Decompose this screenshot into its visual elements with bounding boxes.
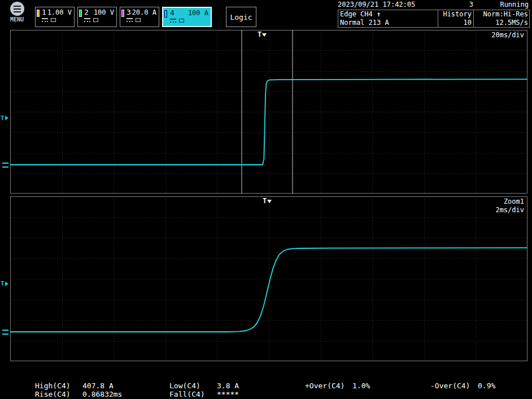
- measurement-fall: Fall(C4) *****: [169, 390, 239, 398]
- channel-color-bar: [164, 10, 167, 17]
- main-waveform-area: 20ms/div T T: [10, 30, 527, 194]
- channel-scale-value: 20.0 A: [132, 8, 156, 16]
- history-label: History: [438, 10, 472, 19]
- acquisition-count: 3: [438, 1, 473, 9]
- channel-coupling-icons: [42, 18, 72, 22]
- sample-rate: 12.5MS/s: [474, 19, 528, 27]
- measurement-value: 3.8 A: [217, 382, 239, 390]
- hamburger-menu-icon: [10, 2, 24, 16]
- measurement-value: 407.8 A: [82, 382, 114, 390]
- dc-coupling-icon: [42, 18, 48, 22]
- main-timebase-label: 20ms/div: [491, 31, 524, 39]
- logic-button[interactable]: Logic: [226, 7, 256, 27]
- channel-number: 3: [127, 8, 131, 16]
- channel-box[interactable]: 3 20.0 A: [120, 7, 159, 27]
- trigger-position-label: T: [258, 30, 261, 38]
- trigger-settings-box[interactable]: Edge CH4 ↑ Normal 213 A: [338, 10, 438, 28]
- trigger-position-marker[interactable]: T: [258, 30, 267, 38]
- channel-coupling-icons: [170, 19, 208, 23]
- probe-icon: [51, 18, 56, 22]
- measurement-label: -Over(C4): [430, 382, 478, 390]
- zoom-ch4-ground-marker[interactable]: [2, 330, 8, 335]
- measurement-pos-overshoot: +Over(C4) 1.0%: [305, 382, 370, 390]
- measurement-label: High(C4): [35, 382, 82, 390]
- channel-coupling-icons: [84, 18, 114, 22]
- run-status: Running: [473, 1, 530, 9]
- measurement-low: Low(C4) 3.8 A: [169, 382, 239, 390]
- trigger-level-marker[interactable]: T: [1, 115, 8, 122]
- probe-icon: [179, 19, 184, 23]
- channel-box[interactable]: 2 100 V: [77, 7, 117, 27]
- measurement-label: +Over(C4): [305, 382, 352, 390]
- channel-number: 4: [170, 9, 175, 17]
- channel-scale-value: 100 A: [188, 9, 208, 17]
- main-waveform-plot[interactable]: [10, 30, 527, 194]
- ch4-ground-marker[interactable]: [2, 163, 8, 168]
- history-box[interactable]: History 10: [438, 10, 474, 28]
- zoom-trigger-position-label: T: [263, 197, 267, 205]
- channel-color-bar: [121, 10, 124, 17]
- measurement-value: 0.86832ms: [82, 390, 122, 398]
- channel-coupling-icons: [127, 18, 156, 22]
- channel-color-bar: [37, 10, 40, 17]
- trigger-level-label: T: [1, 115, 5, 122]
- trigger-down-arrow-icon: [262, 33, 267, 37]
- status-panel: 2023/09/21 17:42:05 3 Running Edge CH4 ↑…: [338, 1, 530, 28]
- zoom-waveform-area: Zoom1 2ms/div T T: [10, 196, 527, 361]
- zoom-waveform-plot[interactable]: [10, 196, 527, 361]
- record-mode: Norm:Hi-Res: [474, 10, 528, 19]
- channel-scale-value: 100 V: [94, 8, 114, 16]
- channel-number: 2: [84, 8, 89, 16]
- measurement-value: 1.0%: [352, 382, 370, 390]
- trigger-mode: Normal 213 A: [340, 19, 438, 27]
- datetime: 2023/09/21 17:42:05: [338, 1, 438, 9]
- zoom-window-label: Zoom1: [504, 198, 524, 205]
- dc-coupling-icon: [127, 18, 133, 22]
- status-boxes: Edge CH4 ↑ Normal 213 A History 10 Norm:…: [338, 10, 530, 28]
- probe-icon: [93, 18, 98, 22]
- channel-box[interactable]: 4 100 A: [162, 7, 212, 27]
- menu-button[interactable]: MENU: [6, 2, 28, 23]
- trigger-down-arrow-icon: [267, 200, 272, 203]
- trigger-right-arrow-icon: [5, 282, 8, 286]
- dc-coupling-icon: [84, 18, 90, 22]
- zoom-timebase-label: 2ms/div: [495, 206, 524, 214]
- dc-coupling-icon: [170, 19, 176, 23]
- channel-box[interactable]: 1 1.00 V: [35, 7, 75, 27]
- measurement-neg-overshoot: -Over(C4) 0.9%: [430, 382, 495, 390]
- trigger-right-arrow-icon: [5, 116, 8, 120]
- acquisition-settings-box[interactable]: Norm:Hi-Res 12.5MS/s: [473, 10, 530, 28]
- status-top-row: 2023/09/21 17:42:05 3 Running: [338, 1, 530, 9]
- zoom-trigger-level-label: T: [1, 280, 5, 287]
- channel-scale-value: 1.00 V: [47, 8, 72, 16]
- logic-label: Logic: [230, 13, 252, 21]
- probe-icon: [136, 18, 141, 22]
- measurement-label: Low(C4): [169, 382, 217, 390]
- measurement-high: High(C4) 407.8 A: [35, 382, 114, 390]
- measurement-label: Rise(C4): [35, 390, 82, 398]
- channel-list: 1 1.00 V 2 100 V 3 20.0 A: [35, 7, 212, 27]
- menu-label: MENU: [6, 16, 28, 23]
- rising-edge-icon: ↑: [377, 10, 381, 18]
- zoom-trigger-position-marker[interactable]: T: [263, 197, 272, 205]
- oscilloscope-screen: MENU 1 1.00 V 2 100 V 3 20.0 A: [0, 0, 532, 399]
- top-bar: MENU 1 1.00 V 2 100 V 3 20.0 A: [0, 0, 532, 28]
- channel-number: 1: [42, 8, 46, 16]
- measurement-rise: Rise(C4) 0.86832ms: [35, 390, 122, 398]
- zoom-trigger-level-marker[interactable]: T: [1, 280, 8, 287]
- trigger-type: Edge CH4: [340, 10, 373, 18]
- measurement-value: *****: [217, 390, 239, 398]
- measurement-value: 0.9%: [478, 382, 495, 390]
- history-value: 10: [438, 19, 472, 27]
- channel-color-bar: [79, 10, 82, 17]
- measurement-label: Fall(C4): [169, 390, 217, 398]
